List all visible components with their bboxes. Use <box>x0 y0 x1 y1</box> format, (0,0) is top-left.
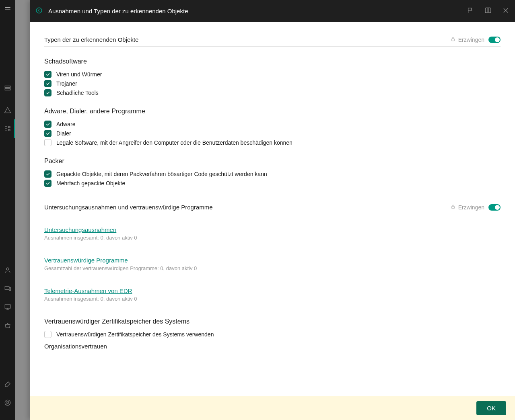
checkbox-packed-objects[interactable] <box>44 170 52 178</box>
checkbox-label: Adware <box>56 121 75 127</box>
link-edr[interactable]: Telemetrie-Ausnahmen von EDR <box>44 287 501 294</box>
checkbox-trojans[interactable] <box>44 80 52 87</box>
menu-icon[interactable] <box>0 0 15 18</box>
nav-user-icon[interactable] <box>0 261 15 279</box>
checkbox-label: Schädliche Tools <box>56 90 99 96</box>
checkbox-label: Gepackte Objekte, mit deren Packverfahre… <box>56 171 267 177</box>
check-dialer: Dialer <box>44 130 501 137</box>
section-exclusions-title: Untersuchungsausnahmen und vertrauenswür… <box>44 204 450 211</box>
checkbox-cert-store[interactable] <box>44 331 52 338</box>
enforce-label: Erzwingen <box>458 37 484 43</box>
checkbox-dialer[interactable] <box>44 130 52 137</box>
nav-monitor-icon[interactable] <box>0 298 15 316</box>
panel-body: Typen der zu erkennenden Objekte Erzwing… <box>30 22 515 396</box>
lock-icon <box>450 36 456 43</box>
check-trojans: Trojaner <box>44 80 501 87</box>
svg-rect-10 <box>451 206 454 208</box>
close-icon[interactable] <box>502 7 509 15</box>
link-trusted-apps-sub: Gesamtzahl der vertrauenswürdigen Progra… <box>44 265 501 271</box>
check-cert-store: Vertrauenswürdigen Zertifikatspeicher de… <box>44 331 501 338</box>
enforce-label: Erzwingen <box>458 204 484 211</box>
check-multi-packed: Mehrfach gepackte Objekte <box>44 180 501 187</box>
nav-policies-icon[interactable] <box>0 119 15 138</box>
panel-title: Ausnahmen und Typen der zu erkennenden O… <box>48 8 461 14</box>
svg-rect-3 <box>5 287 9 290</box>
group-packer-title: Packer <box>44 158 501 165</box>
checkbox-label: Vertrauenswürdigen Zertifikatspeicher de… <box>56 331 214 338</box>
checkbox-viruses[interactable] <box>44 71 52 78</box>
section-types-title: Typen der zu erkennenden Objekte <box>44 36 450 43</box>
checkbox-label: Legale Software, mit der Angreifer den C… <box>56 139 293 146</box>
panel-footer: OK <box>30 396 515 420</box>
svg-rect-1 <box>5 89 10 90</box>
enforce-toggle-types[interactable] <box>488 37 501 43</box>
link-trusted-apps-block: Vertrauenswürdige Programme Gesamtzahl d… <box>44 257 501 271</box>
enforce-toggle-exclusions[interactable] <box>488 204 501 211</box>
checkbox-label: Mehrfach gepackte Objekte <box>56 180 125 186</box>
nav-alert-icon[interactable] <box>0 101 15 119</box>
checkbox-multi-packed[interactable] <box>44 180 52 187</box>
group-adware-title: Adware, Dialer, andere Programme <box>44 108 501 115</box>
nav-devices-icon[interactable] <box>0 279 15 298</box>
checkbox-malicious-tools[interactable] <box>44 89 52 96</box>
book-icon[interactable] <box>484 7 492 15</box>
svg-rect-5 <box>5 305 10 308</box>
ok-button[interactable]: OK <box>476 401 506 415</box>
svg-point-7 <box>7 401 9 403</box>
check-viruses: Viren und Würmer <box>44 71 501 78</box>
flag-icon[interactable] <box>467 7 474 15</box>
link-edr-sub: Ausnahmen insgesamt: 0, davon aktiv 0 <box>44 296 501 302</box>
svg-point-8 <box>36 8 42 13</box>
lock-icon <box>450 204 456 211</box>
svg-rect-4 <box>9 288 11 291</box>
link-scan-exclusions-block: Untersuchungsausnahmen Ausnahmen insgesa… <box>44 226 501 241</box>
nav-dashboard-icon[interactable] <box>0 79 15 97</box>
link-scan-exclusions-sub: Ausnahmen insgesamt: 0, davon aktiv 0 <box>44 235 501 241</box>
link-scan-exclusions[interactable]: Untersuchungsausnahmen <box>44 226 501 233</box>
svg-rect-0 <box>5 86 10 88</box>
svg-point-2 <box>6 268 9 270</box>
nav-rail <box>0 0 15 420</box>
checkbox-label: Trojaner <box>56 80 77 87</box>
section-exclusions-header: Untersuchungsausnahmen und vertrauenswür… <box>44 204 501 214</box>
section-types-header: Typen der zu erkennenden Objekte Erzwing… <box>44 36 501 47</box>
org-trust-label: Organisationsvertrauen <box>44 343 501 350</box>
check-adware: Adware <box>44 121 501 128</box>
nav-account-icon[interactable] <box>0 393 15 412</box>
checkbox-legal-software[interactable] <box>44 139 52 146</box>
check-malicious-tools: Schädliche Tools <box>44 89 501 96</box>
settings-panel: Ausnahmen und Typen der zu erkennenden O… <box>30 0 515 420</box>
checkbox-adware[interactable] <box>44 121 52 128</box>
back-icon[interactable] <box>35 7 43 15</box>
checkbox-label: Dialer <box>56 130 71 137</box>
nav-basket-icon[interactable] <box>0 316 15 335</box>
check-packed-objects: Gepackte Objekte, mit deren Packverfahre… <box>44 170 501 178</box>
group-malware-title: Schadsoftware <box>44 58 501 65</box>
svg-rect-9 <box>451 39 454 41</box>
check-legal-software: Legale Software, mit der Angreifer den C… <box>44 139 501 146</box>
cert-heading: Vertrauenswürdiger Zertifikatspeicher de… <box>44 318 501 325</box>
nav-settings-icon[interactable] <box>0 375 15 393</box>
checkbox-label: Viren und Würmer <box>56 71 102 78</box>
secondary-strip <box>15 0 30 420</box>
panel-header: Ausnahmen und Typen der zu erkennenden O… <box>30 0 515 22</box>
link-trusted-apps[interactable]: Vertrauenswürdige Programme <box>44 257 501 264</box>
link-edr-block: Telemetrie-Ausnahmen von EDR Ausnahmen i… <box>44 287 501 302</box>
